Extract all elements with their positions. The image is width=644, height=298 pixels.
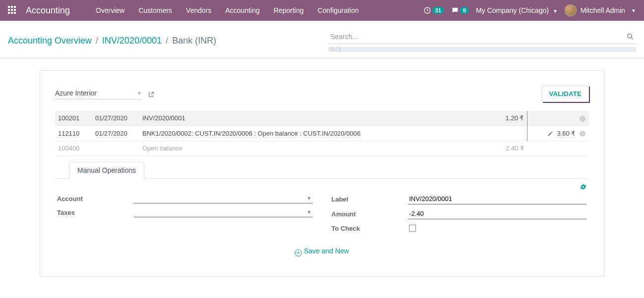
svg-point-7 xyxy=(582,132,583,133)
app-brand[interactable]: Accounting xyxy=(26,5,70,16)
save-and-new-label: Save and New xyxy=(304,247,349,255)
taxes-label: Taxes xyxy=(57,209,134,216)
menu-configuration[interactable]: Configuration xyxy=(311,2,364,18)
label-input[interactable] xyxy=(409,195,586,202)
menu-vendors[interactable]: Vendors xyxy=(180,2,217,18)
control-panel: Accounting Overview / INV/2020/0001 / Ba… xyxy=(0,21,644,58)
line-date: 01/27/2020 xyxy=(92,111,139,126)
main-menu: Overview Customers Vendors Accounting Re… xyxy=(90,2,365,18)
breadcrumb-link[interactable]: INV/2020/0001 xyxy=(102,36,162,46)
company-name: My Company (Chicago) xyxy=(476,6,549,14)
breadcrumb-current: Bank (INR) xyxy=(172,36,216,46)
line-row-amount: 3.60 ₹ xyxy=(557,130,575,137)
line-amount xyxy=(482,126,527,141)
amount-field[interactable] xyxy=(408,208,587,219)
line-actions xyxy=(527,141,589,156)
form-col-left: Account ▼ Taxes ▼ xyxy=(57,194,313,237)
tocheck-checkbox[interactable] xyxy=(409,225,416,232)
messaging-badge: 9 xyxy=(460,7,469,14)
company-selector[interactable]: My Company (Chicago) ▼ xyxy=(476,6,558,14)
chevron-down-icon: ▼ xyxy=(307,196,312,201)
nav-right: 31 9 My Company (Chicago) ▼ Mitchell Adm… xyxy=(423,4,636,16)
tab-body: Account ▼ Taxes ▼ Label xyxy=(55,179,589,256)
partner-select[interactable]: Azure Interior ▼ xyxy=(55,88,142,99)
svg-point-4 xyxy=(582,117,583,118)
menu-reporting[interactable]: Reporting xyxy=(268,2,310,18)
form-row-account: Account ▼ xyxy=(57,194,313,203)
card-header: Azure Interior ▼ VALIDATE xyxy=(55,86,589,102)
tocheck-label: To Check xyxy=(332,225,409,232)
svg-rect-6 xyxy=(582,133,583,135)
chat-icon xyxy=(451,6,459,14)
menu-accounting[interactable]: Accounting xyxy=(219,2,265,18)
line-label: BNK1/2020/0002: CUST.IN/2020/0006 : Open… xyxy=(139,126,482,141)
gear-icon[interactable] xyxy=(580,182,587,191)
top-nav: Accounting Overview Customers Vendors Ac… xyxy=(0,0,644,21)
account-field[interactable]: ▼ xyxy=(134,194,313,203)
avatar xyxy=(565,4,577,16)
line-amount: 1.20 ₹ xyxy=(482,111,527,126)
content-area: Azure Interior ▼ VALIDATE 100201 01/27/2… xyxy=(0,58,644,289)
partner-name: Azure Interior xyxy=(55,89,97,97)
progress-text: 0 / 1 xyxy=(331,47,341,52)
tab-manual-operations[interactable]: Manual Operations xyxy=(69,162,144,179)
external-link-icon[interactable] xyxy=(148,90,155,98)
chevron-down-icon: ▼ xyxy=(137,91,142,96)
breadcrumb-separator: / xyxy=(96,36,98,46)
menu-customers[interactable]: Customers xyxy=(132,2,178,18)
label-label: Label xyxy=(332,196,409,203)
search-area: 0 / 1 xyxy=(328,30,636,52)
activity-badge: 31 xyxy=(432,7,444,14)
messaging-indicator[interactable]: 9 xyxy=(451,6,469,14)
line-actions xyxy=(527,111,589,126)
breadcrumb-separator: / xyxy=(166,36,168,46)
reconciliation-lines: 100201 01/27/2020 INV/2020/0001 1.20 ₹ 1… xyxy=(55,111,589,156)
amount-input[interactable] xyxy=(409,210,586,217)
form-row-tocheck: To Check xyxy=(332,223,587,233)
validate-button[interactable]: VALIDATE xyxy=(542,86,589,102)
tocheck-field xyxy=(408,223,587,233)
form-grid: Account ▼ Taxes ▼ Label xyxy=(57,194,587,237)
clock-icon xyxy=(423,6,431,14)
plus-circle-icon: + xyxy=(295,249,302,256)
amount-label: Amount xyxy=(332,210,409,218)
chevron-down-icon: ▼ xyxy=(553,8,558,14)
info-icon[interactable] xyxy=(579,130,586,137)
table-row[interactable]: 112110 01/27/2020 BNK1/2020/0002: CUST.I… xyxy=(55,126,589,141)
breadcrumb-link[interactable]: Accounting Overview xyxy=(8,36,92,46)
tabs: Manual Operations xyxy=(55,162,589,179)
line-actions: 3.60 ₹ xyxy=(527,126,589,141)
line-date xyxy=(92,141,139,156)
line-account: 112110 xyxy=(55,126,92,141)
progress-bar: 0 / 1 xyxy=(328,47,636,52)
save-and-new: +Save and New xyxy=(57,247,587,256)
svg-point-1 xyxy=(628,34,632,38)
search-icon[interactable] xyxy=(626,32,634,41)
table-row[interactable]: 100400 Open balance 2.40 ₹ xyxy=(55,141,589,156)
form-row-amount: Amount xyxy=(332,208,587,219)
line-amount: 2.40 ₹ xyxy=(482,141,527,156)
user-menu[interactable]: Mitchell Admin ▼ xyxy=(565,4,636,16)
info-icon[interactable] xyxy=(579,114,586,122)
line-label: Open balance xyxy=(139,141,482,156)
apps-icon[interactable] xyxy=(8,6,17,15)
label-field[interactable] xyxy=(408,194,587,204)
menu-overview[interactable]: Overview xyxy=(90,2,130,18)
form-row-label: Label xyxy=(332,194,587,204)
breadcrumb: Accounting Overview / INV/2020/0001 / Ba… xyxy=(8,36,216,46)
form-row-taxes: Taxes ▼ xyxy=(57,207,313,217)
reconciliation-card: Azure Interior ▼ VALIDATE 100201 01/27/2… xyxy=(40,70,604,277)
user-name: Mitchell Admin xyxy=(581,6,625,14)
line-label: INV/2020/0001 xyxy=(139,111,482,126)
table-row[interactable]: 100201 01/27/2020 INV/2020/0001 1.20 ₹ xyxy=(55,111,589,126)
account-label: Account xyxy=(57,195,134,202)
chevron-down-icon: ▼ xyxy=(631,8,636,13)
chevron-down-icon: ▼ xyxy=(307,209,312,215)
search-input[interactable] xyxy=(328,30,636,44)
activity-indicator[interactable]: 31 xyxy=(423,6,444,14)
pencil-icon[interactable] xyxy=(547,130,555,137)
line-account: 100400 xyxy=(55,141,92,156)
save-and-new-button[interactable]: +Save and New xyxy=(295,247,349,255)
svg-rect-3 xyxy=(582,118,583,120)
taxes-field[interactable]: ▼ xyxy=(134,207,313,217)
